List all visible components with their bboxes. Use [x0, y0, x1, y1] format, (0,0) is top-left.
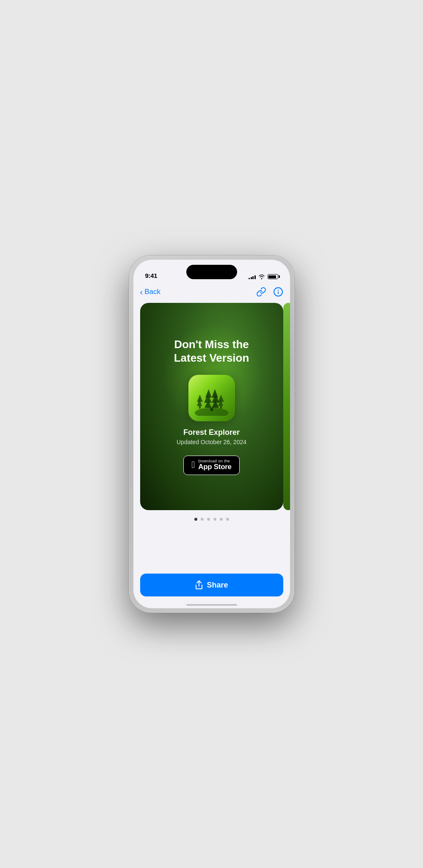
card-title: Don't Miss theLatest Version: [174, 338, 249, 364]
share-area: Share: [133, 569, 290, 608]
svg-marker-8: [218, 395, 224, 402]
svg-rect-9: [220, 406, 222, 409]
battery-icon: [268, 274, 278, 279]
app-store-button[interactable]:  Download on the App Store: [183, 456, 240, 475]
signal-icon: [249, 274, 256, 279]
app-updated-text: Updated October 26, 2024: [177, 439, 246, 445]
page-dot-6[interactable]: [226, 518, 229, 521]
svg-rect-6: [199, 406, 201, 409]
next-card-peek: [283, 303, 290, 510]
info-button[interactable]: [273, 287, 283, 297]
share-icon: [195, 580, 203, 590]
status-time: 9:41: [145, 272, 158, 279]
app-name: Forest Explorer: [183, 428, 240, 437]
svg-marker-12: [205, 389, 212, 398]
apple-logo-icon: : [191, 460, 195, 470]
status-icons: [249, 274, 278, 279]
page-dot-5[interactable]: [220, 518, 223, 521]
svg-marker-5: [197, 395, 203, 402]
link-button[interactable]: [256, 287, 266, 297]
back-button[interactable]: ‹ Back: [140, 288, 160, 296]
svg-rect-16: [210, 408, 213, 411]
app-card: Don't Miss theLatest Version: [140, 303, 283, 510]
app-icon: [188, 375, 235, 421]
forest-trees-icon: [193, 380, 231, 416]
svg-marker-15: [212, 389, 218, 398]
page-dot-4[interactable]: [213, 518, 216, 521]
chevron-left-icon: ‹: [140, 288, 143, 296]
wifi-icon: [258, 274, 265, 279]
phone-screen: 9:41 ‹: [133, 260, 290, 608]
page-dot-2[interactable]: [201, 518, 204, 521]
app-store-label: App Store: [198, 463, 232, 471]
page-dots: [133, 518, 290, 521]
share-label: Share: [207, 581, 228, 590]
dynamic-island: [186, 265, 237, 279]
page-dot-3[interactable]: [207, 518, 210, 521]
page-dot-1[interactable]: [194, 518, 197, 521]
share-button[interactable]: Share: [140, 574, 283, 596]
phone-frame: 9:41 ‹: [129, 255, 294, 613]
nav-bar: ‹ Back: [133, 283, 290, 301]
app-store-text: Download on the App Store: [198, 459, 232, 471]
main-content: Don't Miss theLatest Version: [133, 301, 290, 608]
home-indicator: [186, 604, 237, 606]
back-label: Back: [144, 288, 160, 296]
card-container: Don't Miss theLatest Version: [133, 301, 290, 510]
nav-actions: [256, 287, 283, 297]
